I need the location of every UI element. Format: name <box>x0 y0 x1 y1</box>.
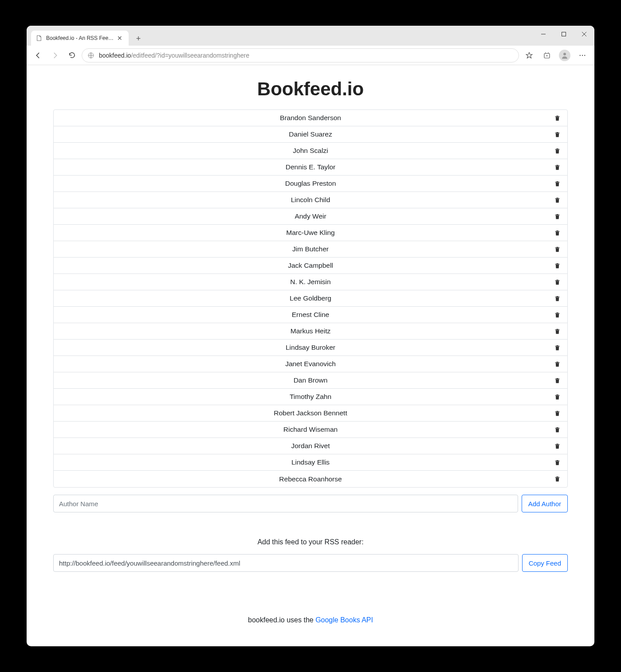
author-name: Janet Evanovich <box>54 360 567 368</box>
author-row: Markus Heitz <box>54 323 567 340</box>
delete-author-button[interactable] <box>553 180 561 188</box>
author-name: Dennis E. Taylor <box>54 163 567 171</box>
delete-author-button[interactable] <box>553 163 561 171</box>
author-name: Lindsay Ellis <box>54 458 567 466</box>
author-row: John Scalzi <box>54 143 567 159</box>
delete-author-button[interactable] <box>553 196 561 204</box>
new-tab-button[interactable]: + <box>132 32 145 45</box>
delete-author-button[interactable] <box>553 147 561 155</box>
url-field[interactable]: bookfeed.io/editfeed/?id=youwillseearand… <box>82 48 519 63</box>
copy-feed-button[interactable]: Copy Feed <box>522 554 568 572</box>
delete-author-button[interactable] <box>553 442 561 450</box>
feed-url-row: Copy Feed <box>53 554 568 572</box>
page-content: Bookfeed.io Brandon SandersonDaniel Suar… <box>27 65 594 646</box>
delete-author-button[interactable] <box>553 458 561 466</box>
favorites-button[interactable] <box>522 48 537 63</box>
author-name: Daniel Suarez <box>54 130 567 138</box>
footer-prefix: bookfeed.io uses the <box>248 616 315 624</box>
avatar <box>559 50 570 61</box>
add-author-row: Add Author <box>53 495 568 512</box>
tab-close-button[interactable]: ✕ <box>115 35 124 42</box>
author-row: Ernest Cline <box>54 307 567 323</box>
delete-author-button[interactable] <box>553 262 561 270</box>
delete-author-button[interactable] <box>553 311 561 319</box>
delete-author-button[interactable] <box>553 376 561 384</box>
svg-point-12 <box>582 55 583 55</box>
feed-url-input[interactable] <box>53 554 519 572</box>
forward-button[interactable] <box>48 48 62 63</box>
page-icon <box>35 35 43 42</box>
delete-author-button[interactable] <box>553 360 561 368</box>
tab-title: Bookfeed.io - An RSS Feed with <box>46 35 115 41</box>
author-name: Douglas Preston <box>54 180 567 188</box>
google-books-api-link[interactable]: Google Books API <box>315 616 373 624</box>
titlebar: Bookfeed.io - An RSS Feed with ✕ + <box>27 26 594 46</box>
author-row: Brandon Sanderson <box>54 110 567 126</box>
author-name-input[interactable] <box>53 495 518 512</box>
delete-author-button[interactable] <box>553 409 561 417</box>
author-row: Jack Campbell <box>54 258 567 274</box>
delete-author-button[interactable] <box>553 212 561 220</box>
author-row: Lindsay Buroker <box>54 340 567 356</box>
delete-author-button[interactable] <box>553 229 561 237</box>
author-name: Lindsay Buroker <box>54 344 567 352</box>
author-name: Dan Brown <box>54 376 567 384</box>
delete-author-button[interactable] <box>553 245 561 253</box>
author-name: Rebecca Roanhorse <box>54 475 567 483</box>
svg-rect-1 <box>562 32 566 36</box>
browser-window: Bookfeed.io - An RSS Feed with ✕ + bookf… <box>27 26 594 646</box>
delete-author-button[interactable] <box>553 294 561 302</box>
author-name: Marc-Uwe Kling <box>54 229 567 237</box>
svg-point-10 <box>563 53 566 55</box>
author-name: Ernest Cline <box>54 311 567 319</box>
author-name: Jordan Rivet <box>54 442 567 450</box>
author-row: Jordan Rivet <box>54 438 567 454</box>
collections-button[interactable] <box>539 48 554 63</box>
rss-label: Add this feed to your RSS reader: <box>53 538 568 546</box>
author-row: Lindsay Ellis <box>54 454 567 471</box>
author-row: Dan Brown <box>54 372 567 389</box>
address-bar: bookfeed.io/editfeed/?id=youwillseearand… <box>27 46 594 65</box>
reload-button[interactable] <box>65 48 79 63</box>
author-name: Markus Heitz <box>54 327 567 335</box>
author-row: Rebecca Roanhorse <box>54 471 567 487</box>
delete-author-button[interactable] <box>553 278 561 286</box>
browser-tab[interactable]: Bookfeed.io - An RSS Feed with ✕ <box>31 31 129 46</box>
author-row: Richard Wiseman <box>54 422 567 438</box>
page-title: Bookfeed.io <box>53 78 568 100</box>
delete-author-button[interactable] <box>553 344 561 352</box>
delete-author-button[interactable] <box>553 114 561 122</box>
profile-button[interactable] <box>557 48 572 63</box>
footer-text: bookfeed.io uses the Google Books API <box>53 616 568 624</box>
author-row: Lincoln Child <box>54 192 567 208</box>
author-row: Timothy Zahn <box>54 389 567 405</box>
author-name: Brandon Sanderson <box>54 114 567 122</box>
delete-author-button[interactable] <box>553 393 561 401</box>
author-name: Lee Goldberg <box>54 294 567 302</box>
author-row: Daniel Suarez <box>54 126 567 143</box>
minimize-button[interactable] <box>533 26 554 43</box>
author-row: Lee Goldberg <box>54 290 567 307</box>
close-window-button[interactable] <box>574 26 594 43</box>
back-button[interactable] <box>31 48 45 63</box>
author-row: Douglas Preston <box>54 176 567 192</box>
author-row: Jim Butcher <box>54 241 567 258</box>
delete-author-button[interactable] <box>553 475 561 483</box>
menu-button[interactable] <box>575 48 590 63</box>
site-info-icon <box>87 52 94 59</box>
svg-point-13 <box>584 55 585 55</box>
author-name: Jack Campbell <box>54 262 567 270</box>
author-name: Robert Jackson Bennett <box>54 409 567 417</box>
window-controls <box>533 26 594 43</box>
author-name: N. K. Jemisin <box>54 278 567 286</box>
author-name: Jim Butcher <box>54 245 567 253</box>
maximize-button[interactable] <box>554 26 574 43</box>
author-row: Janet Evanovich <box>54 356 567 372</box>
add-author-button[interactable]: Add Author <box>522 495 568 512</box>
author-row: Robert Jackson Bennett <box>54 405 567 422</box>
delete-author-button[interactable] <box>553 327 561 335</box>
author-row: Dennis E. Taylor <box>54 159 567 176</box>
delete-author-button[interactable] <box>553 130 561 138</box>
url-text: bookfeed.io/editfeed/?id=youwillseearand… <box>99 52 249 59</box>
delete-author-button[interactable] <box>553 426 561 434</box>
